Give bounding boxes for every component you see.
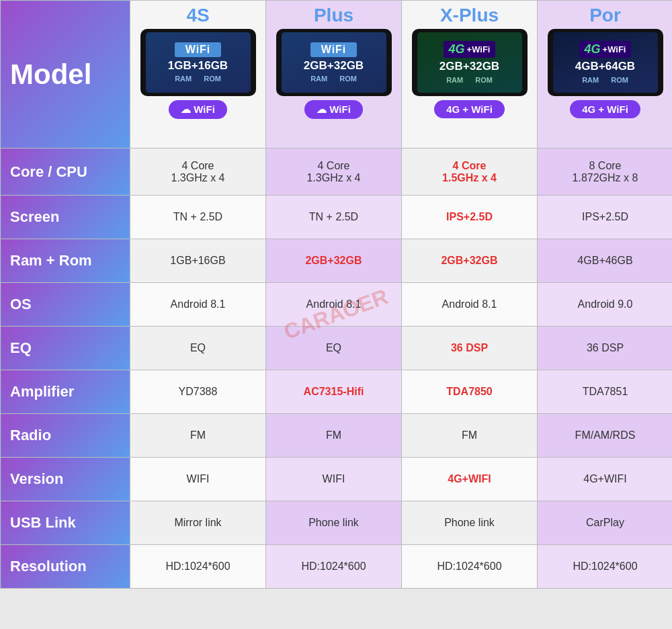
label-screen: Screen xyxy=(10,208,59,225)
cell-resolution-xplus: HD:1024*600 xyxy=(402,545,538,589)
cell-resolution-plus: HD:1024*600 xyxy=(266,545,402,589)
value-screen-plus: TN + 2.5D xyxy=(309,211,358,222)
cell-amplifier-4s: YD7388 xyxy=(130,370,266,414)
cell-usb-link-por: CarPlay xyxy=(538,501,673,545)
value-usb-link-xplus: Phone link xyxy=(444,517,495,528)
cell-radio-xplus: FM xyxy=(402,414,538,458)
value-radio-plus: FM xyxy=(326,429,341,441)
value-core-cpu-4s: 4 Core1.3GHz x 4 xyxy=(171,160,224,183)
value-os-por: Android 9.0 xyxy=(578,298,633,310)
value-amplifier-plus: AC7315-Hifi xyxy=(304,386,364,397)
cell-screen-plus: TN + 2.5D xyxy=(266,196,402,239)
cell-os-4s: Android 8.1 xyxy=(130,283,266,327)
label-os: OS xyxy=(10,296,32,312)
model-header-xplus: X-Plus 4G +WiFi 2GB+32GB RAMROM xyxy=(402,1,538,149)
cell-resolution-por: HD:1024*600 xyxy=(538,545,673,589)
cell-eq-xplus: 36 DSP xyxy=(402,327,538,370)
value-resolution-plus: HD:1024*600 xyxy=(301,560,366,572)
cell-screen-4s: TN + 2.5D xyxy=(130,196,266,239)
value-ram-rom-4s: 1GB+16GB xyxy=(170,255,225,266)
value-ram-rom-por: 4GB+46GB xyxy=(577,255,632,266)
row-core-cpu: Core / CPU 4 Core1.3GHz x 4 4 Core1.3GHz… xyxy=(1,149,673,196)
row-screen: Screen TN + 2.5D TN + 2.5D IPS+2.5D IPS+… xyxy=(1,196,673,239)
cell-eq-4s: EQ xyxy=(130,327,266,370)
value-eq-4s: EQ xyxy=(190,342,206,353)
value-os-xplus: Android 8.1 xyxy=(442,298,497,310)
value-usb-link-plus: Phone link xyxy=(308,517,359,528)
row-ram-rom: Ram + Rom 1GB+16GB 2GB+32GB 2GB+32GB 4GB… xyxy=(1,239,673,283)
label-ram-rom: Ram + Rom xyxy=(10,252,92,269)
cell-amplifier-plus: AC7315-Hifi xyxy=(266,370,402,414)
row-usb-link: USB Link Mirror link Phone link Phone li… xyxy=(1,501,673,545)
cell-screen-xplus: IPS+2.5D xyxy=(402,196,538,239)
label-resolution: Resolution xyxy=(10,558,87,575)
cell-core-cpu-4s: 4 Core1.3GHz x 4 xyxy=(130,149,266,196)
cell-os-por: Android 9.0 xyxy=(538,283,673,327)
value-radio-4s: FM xyxy=(190,429,206,441)
row-version: Version WIFI WIFI 4G+WIFI 4G+WIFI xyxy=(1,458,673,501)
cell-usb-link-xplus: Phone link xyxy=(402,501,538,545)
row-eq: EQ EQ EQ 36 DSP 36 DSP xyxy=(1,327,673,370)
row-amplifier: Amplifier YD7388 AC7315-Hifi TDA7850 TDA… xyxy=(1,370,673,414)
cell-os-plus: Android 8.1 xyxy=(266,283,402,327)
value-eq-por: 36 DSP xyxy=(587,342,624,353)
row-os: OS Android 8.1 Android 8.1 Android 8.1 A… xyxy=(1,283,673,327)
cell-radio-plus: FM xyxy=(266,414,402,458)
model-header-por: Por 4G +WiFi 4GB+64GB RAMROM xyxy=(538,1,673,149)
cell-amplifier-xplus: TDA7850 xyxy=(402,370,538,414)
cell-version-xplus: 4G+WIFI xyxy=(402,458,538,501)
label-usb-link: USB Link xyxy=(10,514,76,531)
model-name-4s: 4S xyxy=(133,5,263,26)
value-usb-link-por: CarPlay xyxy=(586,517,624,528)
value-amplifier-por: TDA7851 xyxy=(583,386,628,397)
value-resolution-xplus: HD:1024*600 xyxy=(437,560,501,572)
label-core-cpu: Core / CPU xyxy=(10,163,87,180)
value-eq-plus: EQ xyxy=(326,342,341,353)
cell-ram-rom-xplus: 2GB+32GB xyxy=(402,239,538,283)
value-amplifier-4s: YD7388 xyxy=(179,386,218,397)
value-os-4s: Android 8.1 xyxy=(171,298,226,310)
value-version-xplus: 4G+WIFI xyxy=(448,473,491,485)
value-screen-4s: TN + 2.5D xyxy=(173,211,222,222)
cell-radio-4s: FM xyxy=(130,414,266,458)
value-core-cpu-plus: 4 Core1.3GHz x 4 xyxy=(306,160,360,183)
label-radio: Radio xyxy=(10,427,51,444)
value-resolution-por: HD:1024*600 xyxy=(573,560,637,572)
value-core-cpu-xplus: 4 Core1.5GHz x 4 xyxy=(442,160,497,183)
label-eq: EQ xyxy=(10,339,32,356)
value-ram-rom-xplus: 2GB+32GB xyxy=(441,255,497,266)
value-screen-xplus: IPS+2.5D xyxy=(446,211,493,222)
value-version-plus: WIFI xyxy=(323,473,345,485)
cell-ram-rom-por: 4GB+46GB xyxy=(538,239,673,283)
value-usb-link-4s: Mirror link xyxy=(174,517,221,528)
cell-version-4s: WIFI xyxy=(130,458,266,501)
value-amplifier-xplus: TDA7850 xyxy=(446,386,492,397)
table-title: Model xyxy=(1,45,130,104)
value-radio-por: FM/AM/RDS xyxy=(575,429,636,441)
value-core-cpu-por: 8 Core1.872GHz x 8 xyxy=(573,160,638,183)
model-header-4s: 4S WiFi 1GB+16GB RAMROM ☁ Wi xyxy=(130,1,266,149)
value-os-plus: Android 8.1 xyxy=(306,298,362,310)
cell-core-cpu-plus: 4 Core1.3GHz x 4 xyxy=(266,149,402,196)
value-resolution-4s: HD:1024*600 xyxy=(165,560,230,572)
value-eq-xplus: 36 DSP xyxy=(451,342,488,353)
cell-amplifier-por: TDA7851 xyxy=(538,370,673,414)
model-header-plus: Plus WiFi 2GB+32GB RAMROM ☁ xyxy=(266,1,402,149)
model-name-plus: Plus xyxy=(269,5,398,26)
label-amplifier: Amplifier xyxy=(10,383,74,400)
value-radio-xplus: FM xyxy=(462,429,477,441)
cell-ram-rom-plus: 2GB+32GB xyxy=(266,239,402,283)
value-version-4s: WIFI xyxy=(187,473,210,485)
cell-screen-por: IPS+2.5D xyxy=(538,196,673,239)
label-version: Version xyxy=(10,470,63,487)
cell-version-plus: WIFI xyxy=(266,458,402,501)
cell-core-cpu-xplus: 4 Core1.5GHz x 4 xyxy=(402,149,538,196)
row-radio: Radio FM FM FM FM/AM/RDS xyxy=(1,414,673,458)
cell-usb-link-plus: Phone link xyxy=(266,501,402,545)
cell-os-xplus: Android 8.1 xyxy=(402,283,538,327)
model-name-por: Por xyxy=(540,5,670,26)
cell-eq-plus: EQ xyxy=(266,327,402,370)
value-ram-rom-plus: 2GB+32GB xyxy=(305,255,362,266)
row-resolution: Resolution HD:1024*600 HD:1024*600 HD:10… xyxy=(1,545,673,589)
value-screen-por: IPS+2.5D xyxy=(582,211,628,222)
